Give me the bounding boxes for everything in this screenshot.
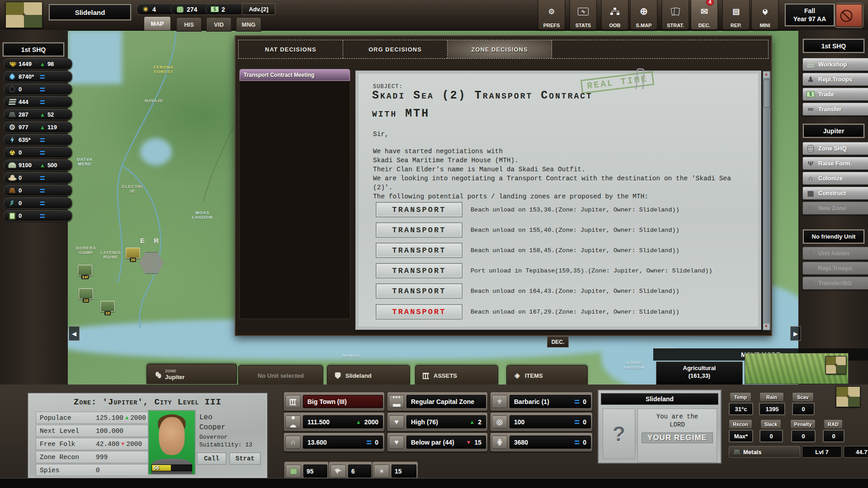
button-label: Repl.Troops [818,76,852,83]
transport-button[interactable]: TRANSPORT [376,283,462,299]
tab-items[interactable]: ITEMS [506,365,588,385]
town-marker[interactable]: 20 [126,248,140,258]
robots-resource-row[interactable]: 0 [4,197,72,209]
shq-header[interactable]: 1st SHQ [3,42,64,56]
radioactives-resource-row[interactable]: 0 [4,147,72,158]
food-resource-row[interactable]: 144998 [4,58,72,70]
tab-vid[interactable]: VID [206,17,231,32]
transport-button[interactable]: TRANSPORT [376,243,462,258]
transport-button[interactable]: TRANSPORT [376,202,462,217]
population-pill[interactable]: 111.5002000 [283,412,385,432]
decisions-window: NAT DECISIONS ORG DECISIONS ZONE DECISIO… [235,35,772,336]
governor-call-button[interactable]: Call [197,452,226,465]
scroll-thumb[interactable] [764,80,770,108]
tab-assets[interactable]: ASSETS [415,365,498,385]
rare-metals-resource-row[interactable]: 28752 [4,109,72,120]
loyalty-pill[interactable]: 1000 [490,412,593,432]
construct-button[interactable]: Construct [802,187,868,200]
new-zone-button[interactable]: New Zone [802,202,868,215]
counter-value: 4 [152,6,156,13]
oil-resource-row[interactable]: 0 [4,84,72,95]
minimap-button[interactable]: MINI [751,0,778,30]
zone-shq-button[interactable]: Zone SHQ [802,142,868,155]
prefs-button[interactable]: PREFS [538,0,565,30]
transfer-bg-button[interactable]: Transfer/BG [802,277,868,290]
stats-button[interactable]: STATS [570,0,597,30]
transport-button[interactable]: TRANSPORT [376,304,462,319]
tab-zone-jupiter[interactable]: ZONEJupiter [146,364,237,384]
button-label: Raise Form. [818,160,852,167]
tab-no-unit[interactable]: No Unit selected [238,365,323,385]
zone-header[interactable]: Jupiter [803,124,864,138]
oob-button[interactable]: OOB [601,0,628,30]
regime-flag[interactable]: ⚜ [5,2,42,28]
traffic-pill[interactable]: 36800 [490,432,593,452]
smap-button[interactable]: S.MAP [630,0,657,30]
hitech-resource-row[interactable]: 0 [4,210,72,221]
governor-strat-button[interactable]: Strat [229,452,261,465]
strat-button[interactable]: STRAT. [662,0,689,30]
tab-regime-slideland[interactable]: Slideland [327,365,410,385]
unit-marker[interactable]: 10 [79,288,93,299]
workshop-button[interactable]: Workshop [802,58,868,71]
end-turn-button[interactable]: ⃠ [835,4,863,27]
recruits-resource-row[interactable]: 9100500 [4,160,72,171]
advisor-button[interactable]: Adv.[2] [242,3,275,15]
machinery-resource-row[interactable]: 977119 [4,122,72,133]
water-resource-row[interactable]: 8740* [4,71,72,82]
tab-his[interactable]: HIS [176,17,202,32]
zone-recon-row: Zone Recon999 [36,451,156,463]
rain-value: 1395 [759,403,785,415]
tab-zone-decisions[interactable]: ZONE DECISIONS [448,40,552,58]
culture-pill[interactable]: Barbaric (1)0 [490,392,593,411]
city-type-pill[interactable]: Big Town (III) [283,392,385,411]
unit-marker[interactable]: 1st [78,265,92,276]
soldier-icon [806,75,815,84]
worker-happiness-pill[interactable]: Below par (44)15 [387,432,488,452]
energy-resource-row[interactable]: 635* [4,134,72,145]
stat-delta: 2000 [126,441,142,448]
metals-label: Metals [743,449,761,455]
capital-zone-pill[interactable]: Regular Capital Zone [387,392,488,411]
decisions-button[interactable]: 4 DEC. [691,0,718,30]
governor-portrait[interactable]: 56 [148,410,196,475]
food-icon [8,60,16,68]
letter-scrollbar[interactable]: ▲ ▼ [763,71,771,330]
scroll-up-icon[interactable]: ▲ [763,71,769,78]
regime-line: You are the [638,413,717,421]
unit-repl-troops-button[interactable]: Repl.Troops [802,262,868,275]
leader-portrait-placeholder[interactable]: ? [603,408,635,459]
repl-troops-button[interactable]: Repl.Troops [802,73,868,86]
ammo-resource-row[interactable]: 444 [4,96,72,108]
colonize-button[interactable]: Colonize [802,172,868,185]
tab-nat-decisions[interactable]: NAT DECISIONS [239,40,343,58]
tab-mng[interactable]: MNG [236,17,261,32]
your-regime-button[interactable]: YOUR REGIME [642,432,713,443]
unit-admin-button[interactable]: Unit Admin [802,247,868,260]
transport-option-row: TRANSPORT Port unload in Tepibase(159,35… [376,263,712,278]
colonists-resource-row[interactable]: 0 [4,172,72,183]
happiness-pill[interactable]: High (76)2 [387,412,488,432]
scroll-down-icon[interactable]: ▼ [763,324,769,330]
map-scroll-right-button[interactable]: ▶ [790,326,801,341]
unit-marker[interactable]: 10 [100,301,115,312]
shq-header[interactable]: 1st SHQ [803,39,864,53]
raise-formation-button[interactable]: Raise Form. [802,157,868,170]
transport-button[interactable]: TRANSPORT [376,222,462,238]
workers-pill[interactable]: 13.6000 [283,432,385,452]
tab-map[interactable]: MAP [144,16,171,31]
metals-icon [733,448,741,456]
ore-resource-row[interactable]: 0 [4,185,72,196]
credits-counter[interactable]: 2 [206,4,245,15]
metals-bar[interactable]: Metals Lvl 7 44.770 [729,446,868,458]
trade-button[interactable]: Trade [802,88,868,101]
dec-mini-tab[interactable]: DEC. [547,336,569,347]
tab-org-decisions[interactable]: ORG DECISIONS [343,40,448,58]
decision-list-item[interactable]: Transport Contract Meeting [240,69,350,81]
reports-button[interactable]: REP. [722,0,750,30]
transport-button[interactable]: TRANSPORT [376,263,462,278]
zone-panel-title: Zone: 'Jupiter', City Level III [28,397,267,407]
fist-icon [286,465,301,478]
transfer-button[interactable]: Transfer [802,103,868,116]
map-scroll-left-button[interactable]: ◀ [69,326,80,341]
